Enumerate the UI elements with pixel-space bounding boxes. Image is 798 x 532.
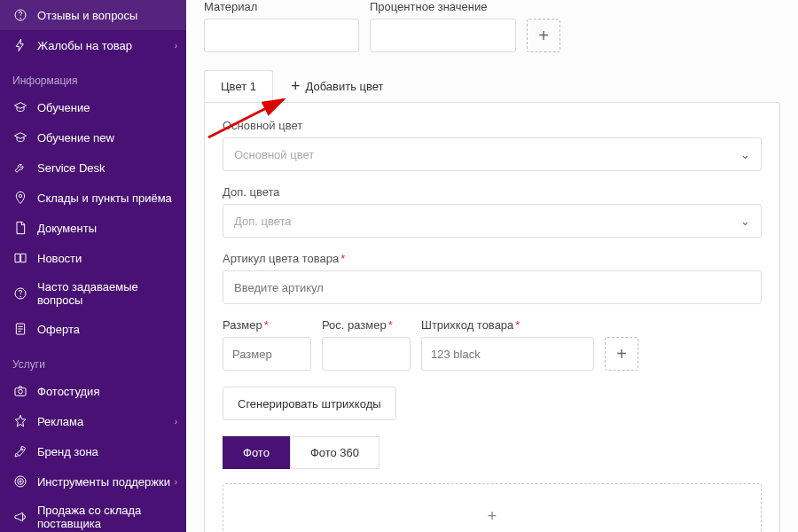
sidebar-item-label: Фотостудия	[37, 385, 99, 398]
material-label: Материал	[204, 0, 359, 13]
sidebar-item-label: Обучение	[37, 101, 90, 114]
sidebar-item[interactable]: Обучение	[0, 92, 186, 122]
bolt-icon	[12, 37, 28, 53]
add-material-button[interactable]: +	[527, 19, 560, 52]
add-color-button[interactable]: + Добавить цвет	[291, 77, 384, 96]
color-panel: Основной цвет Основной цвет ⌄ Доп. цвета…	[204, 102, 780, 532]
sidebar-item-label: Service Desk	[37, 161, 106, 175]
percent-input[interactable]	[370, 19, 516, 52]
book-icon	[12, 250, 28, 266]
sidebar-item[interactable]: Оферта	[0, 314, 186, 344]
material-input[interactable]	[204, 19, 359, 52]
primary-color-label: Основной цвет	[223, 119, 762, 132]
sidebar-item-label: Склады и пункты приёма	[37, 192, 172, 205]
main-content: Материал Процентное значение + Цвет 1 + …	[186, 0, 798, 532]
primary-color-placeholder: Основной цвет	[234, 148, 314, 161]
plus-icon: +	[291, 77, 301, 96]
cap-icon	[12, 129, 28, 145]
rocket-icon	[12, 443, 28, 459]
add-size-button[interactable]: +	[605, 337, 638, 371]
question-icon	[12, 7, 28, 23]
size-label: Размер*	[223, 318, 311, 332]
sidebar-item[interactable]: Часто задаваемые вопросы	[0, 273, 186, 314]
photo-dropzone[interactable]: + Нажмите или перетяните сюда файл	[223, 483, 762, 532]
barcode-label: Штрихкод товара*	[421, 318, 594, 332]
question-icon	[12, 286, 28, 301]
sidebar-item-label: Оферта	[37, 323, 80, 336]
percent-label: Процентное значение	[370, 0, 516, 13]
sidebar-item-label: Часто задаваемые вопросы	[37, 280, 174, 307]
sidebar-item[interactable]: Реклама›	[0, 406, 186, 436]
photo-tabs: Фото Фото 360	[223, 436, 762, 469]
sidebar-item[interactable]: Новости	[0, 243, 186, 273]
sidebar-item[interactable]: Отзывы и вопросы	[0, 0, 186, 30]
tab-photo-360[interactable]: Фото 360	[290, 436, 379, 469]
extra-color-placeholder: Доп. цвета	[234, 215, 292, 228]
sidebar-item-label: Реклама	[37, 415, 83, 428]
extra-color-select[interactable]: Доп. цвета ⌄	[223, 204, 762, 238]
sidebar-item[interactable]: Жалобы на товар›	[0, 30, 186, 60]
sidebar-section: Услуги	[0, 344, 186, 376]
chevron-right-icon: ›	[175, 477, 177, 487]
primary-color-select[interactable]: Основной цвет ⌄	[223, 137, 762, 171]
sku-label: Артикул цвета товара*	[223, 252, 762, 265]
sidebar-item[interactable]: Фотостудия	[0, 376, 186, 406]
chevron-right-icon: ›	[175, 41, 177, 51]
sidebar-item[interactable]: Инструменты поддержки›	[0, 466, 186, 497]
rus-size-input[interactable]	[322, 337, 411, 371]
sidebar-item-label: Жалобы на товар	[37, 39, 132, 52]
sidebar-item-label: Бренд зона	[37, 445, 98, 458]
extra-color-label: Доп. цвета	[223, 185, 762, 199]
pin-icon	[12, 190, 28, 206]
sku-input[interactable]	[223, 270, 762, 304]
sidebar-item[interactable]: Документы	[0, 213, 186, 243]
sidebar-item[interactable]: Service Desk	[0, 153, 186, 183]
rus-size-label: Рос. размер*	[322, 318, 411, 332]
color-tabs: Цвет 1 + Добавить цвет	[204, 70, 780, 102]
sidebar: Отзывы и вопросыЖалобы на товар›Информац…	[0, 0, 186, 532]
sidebar-item-label: Отзывы и вопросы	[37, 9, 137, 22]
chevron-down-icon: ⌄	[740, 215, 750, 228]
sidebar-item-label: Обучение new	[37, 131, 114, 145]
sidebar-item[interactable]: Склады и пункты приёма	[0, 183, 186, 213]
sheet-icon	[12, 321, 28, 337]
sidebar-item-label: Продажа со склада поставщика	[37, 504, 174, 530]
sidebar-item[interactable]: Обучение new	[0, 122, 186, 153]
generate-barcodes-button[interactable]: Сгенерировать штрихкоды	[223, 387, 396, 420]
tab-color-1[interactable]: Цвет 1	[204, 70, 273, 102]
sidebar-item[interactable]: Бренд зона	[0, 436, 186, 466]
sidebar-item-label: Документы	[37, 222, 97, 235]
chevron-down-icon: ⌄	[740, 148, 750, 161]
size-input[interactable]	[223, 337, 311, 371]
sidebar-item-label: Новости	[37, 252, 82, 265]
target-icon	[12, 473, 28, 489]
plus-icon: +	[232, 507, 752, 526]
barcode-input[interactable]	[421, 337, 594, 371]
sidebar-item[interactable]: Продажа со склада поставщика	[0, 497, 186, 532]
add-color-label: Добавить цвет	[306, 80, 384, 93]
sidebar-section: Информация	[0, 60, 186, 92]
chevron-right-icon: ›	[175, 417, 177, 426]
megaphone-icon	[12, 509, 28, 525]
doc-icon	[12, 220, 28, 236]
star-icon	[12, 413, 28, 429]
wrench-icon	[12, 160, 28, 176]
cap-icon	[12, 99, 28, 115]
sidebar-item-label: Инструменты поддержки	[37, 475, 170, 489]
camera-icon	[12, 383, 28, 399]
tab-photo[interactable]: Фото	[223, 436, 290, 469]
